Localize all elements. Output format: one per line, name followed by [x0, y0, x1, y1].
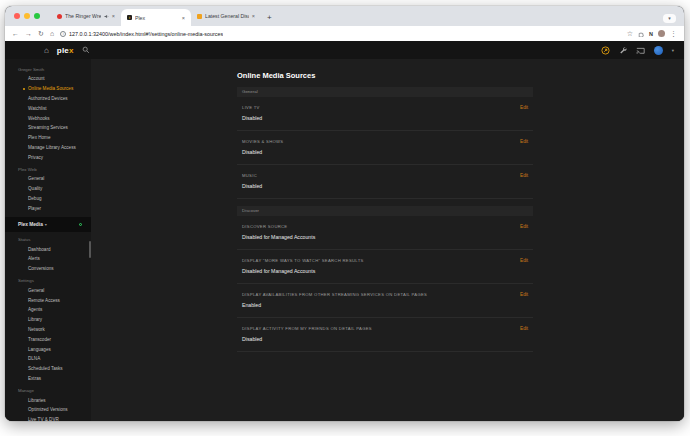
server-selector[interactable]: Plex Media ▾	[5, 217, 91, 232]
tab-plex[interactable]: › Plex ×	[121, 9, 191, 26]
plex-home-icon[interactable]: ⌂	[44, 46, 49, 55]
sidebar-section-manage: Manage	[5, 383, 91, 395]
minimize-window-button[interactable]	[24, 13, 30, 19]
setting-value: Disabled for Managed Accounts	[242, 234, 528, 240]
plex-logo: plex	[57, 46, 74, 55]
reload-icon[interactable]: ↻	[38, 30, 44, 38]
tab-audio-icon[interactable]	[104, 14, 109, 19]
plex-top-bar-actions: ▾	[601, 46, 674, 55]
tab-ringer[interactable]: The Ringer Wrestling Sh… ×	[51, 6, 121, 26]
sidebar-item-online-media-sources[interactable]: Online Media Sources	[5, 84, 91, 94]
sidebar-section-account: Greger Smith	[5, 62, 91, 74]
tab-title: Plex	[135, 15, 179, 21]
sidebar-item-optimized-versions[interactable]: Optimized Versions	[5, 405, 91, 415]
setting-value: Disabled	[242, 183, 528, 189]
plex-top-bar: ⌂ plex ▾	[5, 41, 684, 59]
sidebar-item-general-settings[interactable]: General	[5, 286, 91, 296]
extensions-icon[interactable]	[638, 31, 644, 37]
ringer-favicon	[57, 14, 62, 19]
sidebar-item-authorized-devices[interactable]: Authorized Devices	[5, 94, 91, 104]
settings-content: Online Media Sources General LIVE TV Edi…	[91, 59, 684, 421]
setting-value: Disabled for Managed Accounts	[242, 268, 528, 274]
sidebar-item-agents[interactable]: Agents	[5, 305, 91, 315]
sidebar-item-webhooks[interactable]: Webhooks	[5, 113, 91, 123]
sidebar-item-library[interactable]: Library	[5, 315, 91, 325]
sidebar-item-scheduled-tasks[interactable]: Scheduled Tasks	[5, 364, 91, 374]
sidebar-item-extras[interactable]: Extras	[5, 374, 91, 384]
sidebar-item-languages[interactable]: Languages	[5, 344, 91, 354]
home-icon[interactable]: ⌂	[50, 30, 54, 38]
sidebar-item-general-web[interactable]: General	[5, 174, 91, 184]
sidebar-item-conversions[interactable]: Conversions	[5, 264, 91, 274]
setting-row-live-tv: LIVE TV Edit Disabled	[237, 97, 533, 131]
sidebar-item-live-tv-dvr[interactable]: Live TV & DVR	[5, 415, 91, 421]
sidebar-item-privacy[interactable]: Privacy	[5, 152, 91, 162]
setting-row-movies-shows: MOVIES & SHOWS Edit Disabled	[237, 131, 533, 165]
sidebar-item-streaming-services[interactable]: Streaming Services	[5, 123, 91, 133]
sidebar-item-player[interactable]: Player	[5, 203, 91, 213]
setting-row-discover-source: DISCOVER SOURCE Edit Disabled for Manage…	[237, 216, 533, 250]
profile-chevron-icon[interactable]: ▾	[672, 48, 674, 53]
close-window-button[interactable]	[14, 13, 20, 19]
tab-close-icon[interactable]: ×	[112, 13, 115, 19]
sidebar-item-quality[interactable]: Quality	[5, 184, 91, 194]
search-icon[interactable]	[82, 46, 90, 54]
setting-row-more-ways-to-watch: DISPLAY "MORE WAYS TO WATCH" SEARCH RESU…	[237, 250, 533, 284]
back-icon[interactable]: ←	[12, 30, 19, 38]
edit-button[interactable]: Edit	[520, 139, 528, 144]
url-text[interactable]: 127.0.0.1:32400/web/index.html#!/setting…	[69, 31, 223, 37]
tab-title: Latest General Discussions t…	[205, 13, 249, 19]
sidebar-section-plex-web: Plex Web	[5, 162, 91, 174]
page-title: Online Media Sources	[237, 71, 533, 80]
edit-button[interactable]: Edit	[520, 224, 528, 229]
new-tab-button[interactable]: +	[267, 13, 272, 23]
plex-user-avatar[interactable]	[654, 46, 663, 55]
sidebar-item-remote-access[interactable]: Remote Access	[5, 295, 91, 305]
tab-search-button[interactable]: ▾	[663, 14, 676, 23]
site-info-icon[interactable]: i	[60, 31, 66, 37]
sidebar-scrollbar[interactable]	[89, 241, 91, 258]
cast-icon[interactable]	[636, 46, 645, 54]
sidebar-item-account[interactable]: Account	[5, 74, 91, 84]
tab-close-icon[interactable]: ×	[252, 13, 255, 19]
edit-button[interactable]: Edit	[520, 326, 528, 331]
forum-favicon	[197, 14, 202, 19]
sidebar-item-network[interactable]: Network	[5, 325, 91, 335]
setting-value: Disabled	[242, 115, 528, 121]
tab-forum[interactable]: Latest General Discussions t… ×	[191, 6, 261, 26]
edit-button[interactable]: Edit	[520, 258, 528, 263]
sidebar-item-alerts[interactable]: Alerts	[5, 254, 91, 264]
setting-label: DISPLAY "MORE WAYS TO WATCH" SEARCH RESU…	[242, 258, 364, 263]
sidebar-item-debug[interactable]: Debug	[5, 194, 91, 204]
browser-window: The Ringer Wrestling Sh… × › Plex × Late…	[5, 6, 684, 421]
sidebar-item-transcoder[interactable]: Transcoder	[5, 334, 91, 344]
browser-profile-avatar[interactable]	[658, 30, 665, 37]
notion-extension-icon[interactable]: N	[649, 31, 653, 37]
plex-favicon: ›	[127, 15, 132, 20]
setting-label: MUSIC	[242, 173, 257, 178]
tab-close-icon[interactable]: ×	[182, 15, 185, 21]
setting-label: DISPLAY ACTIVITY FROM MY FRIENDS ON DETA…	[242, 326, 372, 331]
sidebar-item-dlna[interactable]: DLNA	[5, 354, 91, 364]
sidebar-item-plex-home[interactable]: Plex Home	[5, 133, 91, 143]
sidebar-item-manage-library-access[interactable]: Manage Library Access	[5, 142, 91, 152]
sidebar-section-status: Status	[5, 232, 91, 244]
app-body: Greger Smith Account Online Media Source…	[5, 59, 684, 421]
update-available-icon[interactable]	[601, 46, 610, 55]
sidebar-item-watchlist[interactable]: Watchlist	[5, 103, 91, 113]
server-online-status-dot	[79, 223, 82, 226]
sidebar-section-settings: Settings	[5, 274, 91, 286]
edit-button[interactable]: Edit	[520, 173, 528, 178]
wrench-settings-icon[interactable]	[619, 46, 627, 54]
sidebar-item-libraries[interactable]: Libraries	[5, 395, 91, 405]
forward-icon[interactable]: →	[25, 30, 32, 38]
sidebar-item-dashboard[interactable]: Dashboard	[5, 244, 91, 254]
menu-icon[interactable]: ⋮	[670, 30, 677, 38]
edit-button[interactable]: Edit	[520, 292, 528, 297]
address-bar[interactable]: i 127.0.0.1:32400/web/index.html#!/setti…	[60, 31, 621, 37]
bookmark-star-icon[interactable]: ☆	[627, 30, 633, 38]
toolbar-actions: ☆ N ⋮	[627, 30, 677, 38]
plex-app: ⌂ plex ▾ Greger Smi	[5, 41, 684, 421]
zoom-window-button[interactable]	[34, 13, 40, 19]
edit-button[interactable]: Edit	[520, 105, 528, 110]
